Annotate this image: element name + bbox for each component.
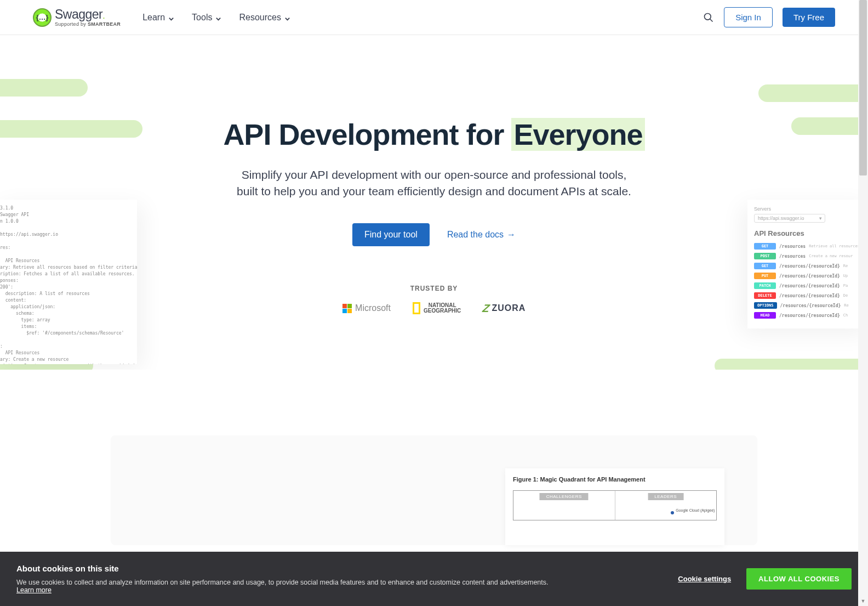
chart-quadrant-leaders: LEADERS Google Cloud (Apigee) [615, 491, 717, 520]
cookie-learn-more-link[interactable]: Learn more [16, 586, 52, 594]
scroll-down-arrow[interactable]: ▼ [858, 596, 868, 606]
servers-label: Servers [754, 206, 867, 212]
find-tool-button[interactable]: Find your tool [352, 223, 430, 246]
http-method-badge: GET [754, 263, 776, 269]
api-path: /resources/{resourceId} [779, 274, 840, 279]
logo-braces: {…} [36, 13, 48, 21]
logo-supported-brand: SMARTBEAR [88, 21, 121, 27]
logo-subtext: Supported by SMARTBEAR [55, 22, 121, 27]
natgeo-logo: NATIONAL GEOGRAPHIC [413, 302, 461, 314]
natgeo-line2: GEOGRAPHIC [424, 308, 461, 314]
api-row: DELETE/resources/{resourceId}De [754, 292, 867, 299]
cookie-text-span: We use cookies to collect and analyze in… [16, 579, 548, 586]
zuora-logo: Z ZUORA [483, 302, 526, 315]
logo-name: Swagger [55, 7, 102, 21]
api-path: /resources/{resourceId} [779, 293, 840, 298]
http-method-badge: GET [754, 243, 776, 250]
decorative-pill [0, 120, 142, 138]
natgeo-icon [413, 302, 420, 314]
api-path: /resources/{resourceId} [780, 303, 841, 308]
api-desc: Ch [843, 313, 848, 318]
logo-dot: . [102, 11, 105, 20]
code-preview-text: 3.1.0 Swagger API n 1.0.0 https://api.sw… [0, 205, 132, 364]
chart-dot-label: Google Cloud (Apigee) [676, 508, 715, 512]
chevron-down-icon [284, 14, 290, 20]
chart-data-dot [671, 511, 674, 514]
hero-title-pre: API Development for [223, 118, 504, 151]
api-row: GET/resourcesRetrieve all resources [754, 243, 867, 250]
read-docs-link[interactable]: Read the docs → [447, 230, 516, 240]
api-desc: Up [843, 274, 848, 278]
nav-resources[interactable]: Resources [239, 13, 290, 22]
cookie-actions: Cookie settings ALLOW ALL COOKIES [678, 568, 852, 590]
hero-subtitle: Simplify your API development with our o… [237, 167, 631, 200]
main-header: {…} Swagger. Supported by SMARTBEAR Lear… [0, 0, 868, 35]
api-row: POST/resourcesCreate a new resour [754, 253, 867, 259]
hero-section: 3.1.0 Swagger API n 1.0.0 https://api.sw… [0, 35, 868, 370]
decorative-pill [758, 84, 868, 102]
tryfree-button[interactable]: Try Free [783, 8, 835, 27]
chart-title: Figure 1: Magic Quadrant for API Managem… [513, 476, 717, 483]
api-rows-container: GET/resourcesRetrieve all resourcesPOST/… [754, 243, 867, 319]
api-path: /resources/{resourceId} [779, 313, 840, 318]
cookie-banner: About cookies on this site We use cookie… [0, 552, 868, 606]
vertical-scrollbar[interactable]: ▲ ▼ [858, 0, 868, 606]
api-desc: Re [843, 264, 848, 268]
hero-code-preview: 3.1.0 Swagger API n 1.0.0 https://api.sw… [0, 200, 137, 364]
search-icon[interactable] [703, 12, 714, 23]
api-row: GET/resources/{resourceId}Re [754, 263, 867, 269]
chart-frame: CHALLENGERS LEADERS Google Cloud (Apigee… [513, 490, 717, 520]
chart-quadrant-challengers: CHALLENGERS [513, 491, 615, 520]
decorative-pill [715, 359, 868, 370]
signin-button[interactable]: Sign In [724, 7, 773, 27]
chevron-down-icon [215, 14, 221, 20]
swagger-logo[interactable]: {…} Swagger. Supported by SMARTBEAR [33, 8, 121, 27]
zuora-icon: Z [482, 302, 491, 315]
http-method-badge: OPTIONS [754, 302, 777, 309]
allow-cookies-button[interactable]: ALLOW ALL COOKIES [746, 568, 852, 590]
challengers-label: CHALLENGERS [540, 493, 589, 500]
hero-actions: Find your tool Read the docs → [11, 223, 857, 246]
zuora-label: ZUORA [492, 303, 526, 313]
microsoft-squares-icon [342, 304, 352, 314]
svg-line-1 [710, 19, 713, 21]
http-method-badge: HEAD [754, 312, 776, 319]
magic-quadrant-card: Figure 1: Magic Quadrant for API Managem… [505, 468, 724, 545]
api-row: PATCH/resources/{resourceId}Pa [754, 282, 867, 289]
cookie-description: We use cookies to collect and analyze in… [16, 579, 559, 594]
natgeo-text: NATIONAL GEOGRAPHIC [424, 303, 461, 314]
nav-tools[interactable]: Tools [192, 13, 221, 22]
api-desc: De [843, 293, 848, 298]
http-method-badge: POST [754, 253, 776, 259]
microsoft-logo: Microsoft [342, 303, 391, 313]
cookie-title: About cookies on this site [16, 564, 559, 573]
logo-supported-prefix: Supported by [55, 21, 88, 27]
api-desc: Pa [843, 284, 848, 288]
svg-point-0 [705, 13, 711, 20]
api-row: OPTIONS/resources/{resourceId}Re [754, 302, 867, 309]
logo-text: Swagger. Supported by SMARTBEAR [55, 8, 121, 27]
api-path: /resources [779, 254, 806, 259]
trusted-by: TRUSTED BY Microsoft NATIONAL GEOGRAPHIC… [11, 285, 857, 315]
microsoft-label: Microsoft [355, 303, 391, 313]
header-right: Sign In Try Free [703, 7, 835, 27]
scrollbar-thumb[interactable] [859, 0, 867, 175]
http-method-badge: DELETE [754, 292, 776, 299]
api-path: /resources [779, 244, 806, 249]
http-method-badge: PATCH [754, 282, 776, 289]
nav-learn[interactable]: Learn [142, 13, 174, 22]
hero-title-highlight: Everyone [511, 118, 644, 151]
api-desc: Re [844, 303, 848, 308]
trusted-logos: Microsoft NATIONAL GEOGRAPHIC Z ZUORA [11, 302, 857, 315]
decorative-pill [0, 79, 88, 97]
nav-resources-label: Resources [239, 13, 281, 22]
read-docs-label: Read the docs [447, 230, 504, 240]
arrow-right-icon: → [507, 230, 516, 240]
gartner-section: Figure 1: Magic Quadrant for API Managem… [111, 435, 757, 545]
swagger-logo-icon: {…} [33, 8, 52, 27]
nav-learn-label: Learn [142, 13, 165, 22]
api-path: /resources/{resourceId} [779, 264, 840, 269]
api-row: HEAD/resources/{resourceId}Ch [754, 312, 867, 319]
cookie-settings-link[interactable]: Cookie settings [678, 575, 731, 583]
nav-tools-label: Tools [192, 13, 212, 22]
